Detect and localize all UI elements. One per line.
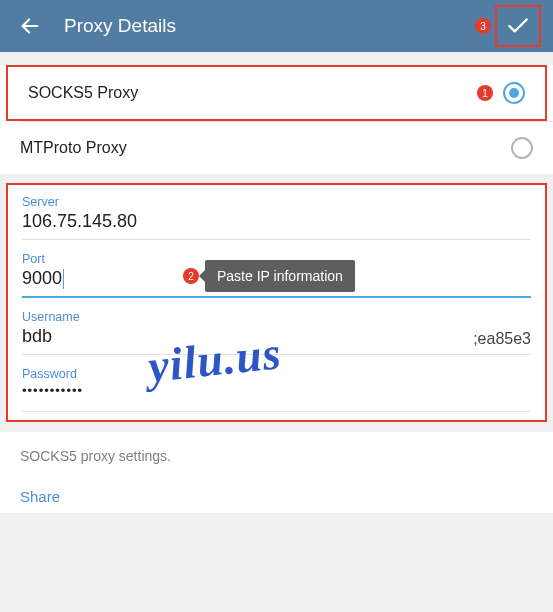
proxy-type-section: SOCKS5 Proxy 1 MTProto Proxy: [0, 65, 553, 174]
annotation-badge-2: 2: [183, 268, 199, 284]
username-input[interactable]: bdb: [22, 326, 531, 350]
page-title: Proxy Details: [64, 15, 475, 37]
proxy-type-socks5[interactable]: SOCKS5 Proxy 1: [8, 67, 545, 119]
footer-note: SOCKS5 proxy settings.: [20, 448, 533, 464]
username-label: Username: [22, 310, 531, 324]
server-label: Server: [22, 195, 531, 209]
username-field-wrapper: Username bdb ;ea85e3: [22, 304, 531, 355]
radio-selected-icon: [503, 82, 525, 104]
password-label: Password: [22, 367, 531, 381]
server-input[interactable]: 106.75.145.80: [22, 211, 531, 235]
server-field-wrapper: Server 106.75.145.80: [22, 189, 531, 240]
save-button[interactable]: [495, 5, 541, 47]
footer-section: SOCKS5 proxy settings. Share: [0, 432, 553, 513]
proxy-type-mtproto-label: MTProto Proxy: [20, 139, 511, 157]
arrow-left-icon: [19, 15, 41, 37]
check-icon: [505, 13, 531, 39]
proxy-form: Server 106.75.145.80 Port 9000 Username …: [6, 183, 547, 422]
annotation-badge-1: 1: [477, 85, 493, 101]
app-header: Proxy Details 3: [0, 0, 553, 52]
password-field-wrapper: Password •••••••••••: [22, 361, 531, 412]
proxy-type-mtproto[interactable]: MTProto Proxy: [0, 122, 553, 174]
proxy-type-socks5-label: SOCKS5 Proxy: [28, 84, 477, 102]
annotation-tooltip: Paste IP information: [205, 260, 355, 292]
password-input[interactable]: •••••••••••: [22, 383, 531, 407]
annotation-tooltip-group: 2 Paste IP information: [183, 260, 355, 292]
username-suffix: ;ea85e3: [473, 330, 531, 348]
share-link[interactable]: Share: [20, 488, 533, 505]
back-button[interactable]: [12, 8, 48, 44]
radio-unselected-icon: [511, 137, 533, 159]
annotation-badge-3: 3: [475, 18, 491, 34]
